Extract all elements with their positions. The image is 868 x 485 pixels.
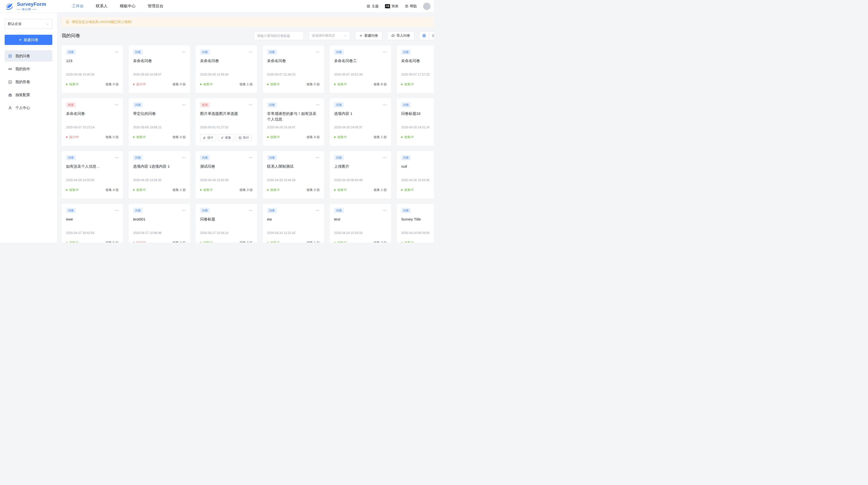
- card-menu-button[interactable]: [316, 50, 320, 54]
- card-title: 问卷标题33: [401, 111, 434, 116]
- view-toggle: [419, 31, 434, 40]
- sidebar-item-0[interactable]: 我的问卷: [5, 51, 52, 62]
- status-dot-icon: [334, 136, 336, 138]
- status-filter-select[interactable]: 请选择问卷状态: [309, 31, 350, 40]
- survey-card[interactable]: 问卷如有涉及个人信息，2025-04-29 14:00:50收集中收集 4 份: [62, 151, 123, 199]
- user-avatar[interactable]: [423, 3, 430, 10]
- survey-card[interactable]: 问卷非常感谢您的参与！如有涉及个人信息2025-04-29 14:24:47收集…: [263, 98, 324, 146]
- survey-card[interactable]: 问卷未命名问卷工2025-05-07 19:01:34收集中收集 6 份: [330, 45, 391, 93]
- card-header: 问卷: [267, 155, 320, 160]
- card-title: null: [401, 164, 434, 169]
- survey-card[interactable]: 问卷未命名问卷2025-05-07 21:46:23收集中收集 0 份: [263, 45, 324, 93]
- card-menu-button[interactable]: [115, 50, 119, 54]
- nav-item-1[interactable]: 联系人: [96, 4, 107, 9]
- status-badge: 设计中: [133, 240, 146, 243]
- card-type-badge: 问卷: [334, 102, 344, 107]
- survey-card[interactable]: 问卷null2025-04-28 10:54:30收集中: [397, 151, 434, 199]
- sidebar-item-3[interactable]: 抽奖配置: [5, 89, 52, 100]
- collect-count: 收集 4 份: [307, 135, 320, 139]
- card-menu-button[interactable]: [115, 103, 119, 107]
- card-menu-button[interactable]: [115, 208, 119, 213]
- card-title: ewe: [66, 216, 119, 222]
- status-dot-icon: [133, 189, 134, 191]
- sidebar-item-2[interactable]: 我的答卷: [5, 76, 52, 88]
- status-dot-icon: [200, 242, 202, 243]
- card-action-design[interactable]: 设计: [200, 134, 216, 141]
- new-survey-button[interactable]: 新建问卷: [5, 35, 52, 45]
- card-menu-button[interactable]: [182, 50, 186, 54]
- survey-card[interactable]: 问卷1232025-05-08 15:45:39收集中收集 0 份: [62, 45, 123, 93]
- card-title: 图片单选题图片单选题: [200, 111, 253, 116]
- card-menu-button[interactable]: [316, 208, 320, 213]
- survey-card[interactable]: 问卷未命名问卷2025-05-08 15:39:57设计中收集 0 份: [129, 45, 190, 93]
- survey-card[interactable]: 投票未命名问卷2025-05-07 10:23:14设计中收集 0 份: [62, 98, 123, 146]
- card-menu-button[interactable]: [316, 156, 320, 160]
- card-footer: 设计中收集 0 份: [133, 240, 186, 243]
- card-menu-button[interactable]: [316, 103, 320, 107]
- theme-button[interactable]: 主题: [367, 4, 379, 8]
- survey-card[interactable]: 问卷上传图片2025-04-29 09:40:48收集中收集 1 份: [330, 151, 391, 199]
- survey-card[interactable]: 问卷问卷标题332025-04-29 14:01:24收集中: [397, 98, 434, 146]
- nav-item-2[interactable]: 模板中心: [120, 4, 135, 9]
- survey-card[interactable]: 问卷Survey Title2025-04-24 09:29:55收集中: [397, 204, 434, 243]
- brand[interactable]: SurveyForm 调问网: [0, 1, 52, 11]
- sidebar-item-1[interactable]: 我的协作: [5, 63, 52, 74]
- help-button[interactable]: 帮助: [405, 4, 417, 8]
- card-type-badge: 问卷: [401, 102, 411, 107]
- survey-card[interactable]: 问卷未命名问卷2025-05-08 14:35:44收集中收集 1 份: [196, 45, 257, 93]
- sidebar-item-4[interactable]: 个人中心: [5, 102, 52, 114]
- card-menu-button[interactable]: [182, 208, 186, 213]
- search-input[interactable]: [254, 31, 304, 40]
- new-survey-toolbar-button[interactable]: 新建问卷: [355, 31, 382, 40]
- card-menu-button[interactable]: [383, 50, 387, 54]
- card-action-collect[interactable]: 收集: [218, 134, 234, 141]
- card-action-stats[interactable]: 统计: [236, 134, 252, 141]
- list-view-button[interactable]: [429, 32, 434, 40]
- survey-card[interactable]: 问卷未命名问卷2025-05-07 17:37:23收集中: [397, 45, 434, 93]
- card-menu-button[interactable]: [383, 208, 387, 213]
- card-title: 123: [66, 58, 119, 64]
- collect-count: 收集 0 份: [106, 135, 119, 139]
- survey-card[interactable]: 问卷test0012025-04-27 10:56:46设计中收集 0 份: [129, 204, 190, 243]
- import-survey-button[interactable]: 导入问卷: [387, 31, 414, 40]
- status-badge: 收集中: [334, 188, 347, 192]
- survey-card[interactable]: 投票图片单选题图片单选题2025-05-01 01:27:52设计收集统计: [196, 98, 257, 146]
- card-menu-button[interactable]: [249, 103, 253, 107]
- card-menu-button[interactable]: [249, 50, 253, 54]
- card-menu-button[interactable]: [383, 156, 387, 160]
- card-menu-button[interactable]: [115, 156, 119, 160]
- language-button[interactable]: A文 简体: [385, 4, 398, 8]
- survey-card[interactable]: 问卷ewe2025-04-27 16:42:53收集中收集 5 份: [62, 204, 123, 243]
- grid-view-button[interactable]: [420, 32, 429, 40]
- card-menu-button[interactable]: [249, 208, 253, 213]
- new-survey-toolbar-label: 新建问卷: [364, 33, 378, 38]
- nav-item-3[interactable]: 管理后台: [148, 4, 163, 9]
- org-select[interactable]: 默认企业: [5, 19, 52, 29]
- survey-card[interactable]: 问卷选项内容 1选项内容 12025-04-29 13:59:35收集中收集 1…: [129, 151, 190, 199]
- survey-card[interactable]: 问卷联系人限制测试2025-04-29 10:44:28收集中收集 3 份: [263, 151, 324, 199]
- question-circle-icon: [405, 4, 408, 8]
- status-text: 设计中: [136, 82, 146, 87]
- card-header: 投票: [200, 102, 253, 107]
- card-title: 未命名问卷: [401, 58, 434, 64]
- survey-card[interactable]: 问卷带定位的问卷2025-05-06 19:56:12收集中收集 5 份: [129, 98, 190, 146]
- card-menu-button[interactable]: [182, 103, 186, 107]
- survey-card[interactable]: 问卷测试问卷2025-04-29 13:52:09收集中收集 3 份: [196, 151, 257, 199]
- translate-icon: A文: [385, 4, 390, 8]
- survey-card[interactable]: 问卷test2025-04-24 10:33:19收集中收集 7 份: [330, 204, 391, 243]
- card-date: 2025-04-27 16:42:53: [66, 231, 94, 235]
- status-dot-icon: [66, 189, 67, 191]
- main-content: 绑定自定义域名及LOGO功能已经上线啦! 我的问卷 请选择问卷状态 新建问卷 导…: [57, 13, 434, 243]
- card-date: 2025-05-01 01:27:52: [200, 126, 228, 129]
- survey-card[interactable]: 问卷ew2025-04-24 12:21:42收集中收集 1 份: [263, 204, 324, 243]
- survey-card[interactable]: 问卷选项内容 12025-04-29 14:05:37收集中收集 1 份: [330, 98, 391, 146]
- collect-count: 收集 0 份: [240, 240, 253, 243]
- card-menu-button[interactable]: [182, 156, 186, 160]
- status-dot-icon: [66, 242, 67, 243]
- card-date: 2025-04-29 14:00:50: [66, 179, 94, 182]
- card-menu-button[interactable]: [249, 156, 253, 160]
- card-menu-button[interactable]: [383, 103, 387, 107]
- status-dot-icon: [133, 242, 134, 243]
- nav-item-0[interactable]: 工作台: [72, 4, 84, 9]
- survey-card[interactable]: 问卷问卷标题2025-04-27 10:54:14收集中收集 0 份: [196, 204, 257, 243]
